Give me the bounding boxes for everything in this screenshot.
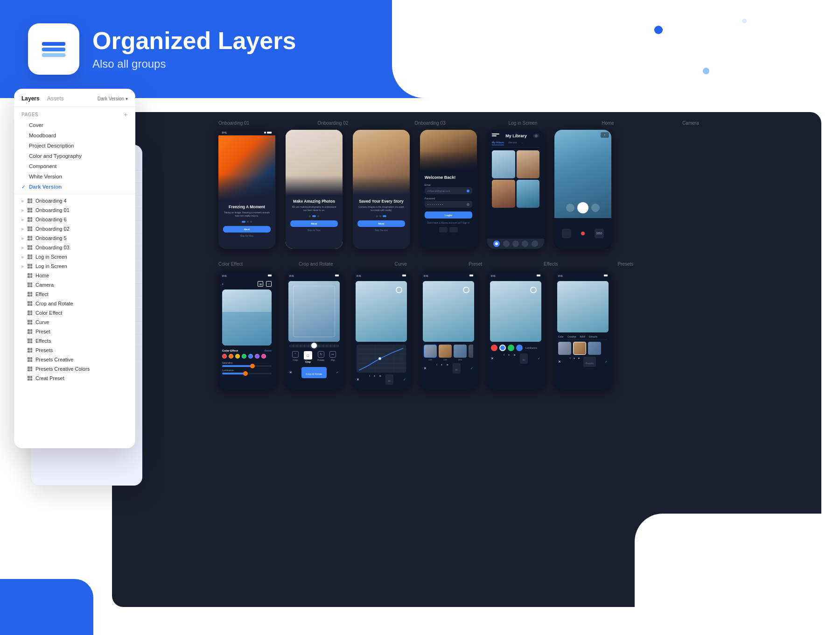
screen-onboarding-03: Saved Your Every Story Camera Images is … (353, 130, 410, 249)
page-dark-version[interactable]: ✓ Dark Version (14, 182, 135, 192)
page-title: Organized Layers (92, 28, 296, 54)
ob01-title: Freezing A Moment (223, 205, 271, 209)
add-page-button[interactable]: + (124, 111, 128, 118)
screen-home: My Library My Album Recent ... (487, 130, 544, 249)
screen-label-preset: Preset (469, 261, 482, 267)
screen-label-login: Log in Screen (509, 120, 538, 126)
ob03-title: Saved Your Every Story (357, 199, 405, 204)
svg-rect-0 (42, 42, 65, 46)
screen-camera: × 360 (554, 130, 611, 249)
decorative-dot-1 (654, 26, 663, 34)
page-moodboard[interactable]: ✓ Moodboard (14, 130, 135, 141)
home-tab-recent[interactable]: Recent (509, 141, 517, 145)
screen-crop-rotate: 9:41 ⌃ Crop (286, 271, 343, 390)
screen-onboarding-02: Make Amazing Photos We are making photog… (286, 130, 343, 249)
screen-label-presets: Presets (617, 261, 633, 267)
layer-effects[interactable]: ▶ Effects (14, 336, 135, 346)
screen-preset: 9:41 C30 C30 (420, 271, 477, 390)
layer-effect[interactable]: ▶ Effect (14, 289, 135, 299)
decorative-dot-3 (742, 19, 747, 23)
screen-label-home: Home (602, 120, 614, 126)
layer-curve[interactable]: ▶ Curve (14, 318, 135, 327)
screen-login: Welcome Back! Email ch9perait@gmail.com … (420, 130, 477, 249)
screen-onboarding-01: 9:41 Freezing A Moment Taking an image, … (218, 130, 275, 249)
page-color-typography[interactable]: ✓ Color and Typography (14, 151, 135, 161)
layer-onboarding01[interactable]: ▶ Onboarding 01 (14, 205, 135, 215)
layer-creat-preset[interactable]: ▶ Creat Preset (14, 374, 135, 383)
layer-presets[interactable]: ▶ Presets (14, 346, 135, 355)
version-dropdown[interactable]: Dark Version ▾ (98, 96, 128, 101)
layer-login-2[interactable]: ▶ Log in Screen (14, 261, 135, 271)
home-title: My Library (505, 134, 527, 138)
layer-onboarding6[interactable]: ▶ Onboarding 6 (14, 215, 135, 224)
screen-label-camera: Camera (682, 120, 699, 126)
screen-presets: 9:41 Color Creative B&W Defaults (554, 271, 611, 390)
home-tab-album[interactable]: My Album (492, 141, 504, 145)
layers-tab[interactable]: Layers (21, 95, 40, 102)
page-white-version[interactable]: ✓ White Version (14, 171, 135, 182)
page-cover[interactable]: ✓ Cover (14, 120, 135, 130)
layer-onboarding02[interactable]: ▶ Onboarding 02 (14, 224, 135, 233)
login-title: Welcome Back! (425, 175, 472, 180)
layer-camera[interactable]: ▶ Camera (14, 280, 135, 289)
assets-tab[interactable]: Assets (47, 95, 64, 102)
layer-login-1[interactable]: ▶ Log in Screen (14, 252, 135, 261)
screen-label-color-effect: Color Effect (218, 261, 243, 267)
screen-curve: 9:41 (353, 271, 410, 390)
svg-point-14 (378, 357, 381, 360)
layer-onboarding5[interactable]: ▶ Onboarding 5 (14, 233, 135, 243)
screen-label-ob02: Onboarding 02 (317, 120, 348, 126)
page-subtitle: Also all groups (92, 57, 296, 71)
page-component[interactable]: ✓ Component (14, 161, 135, 171)
layer-onboarding4[interactable]: ▶ Onboarding 4 (14, 196, 135, 205)
ob02-title: Make Amazing Photos (290, 199, 338, 204)
layer-presets-creative-colors[interactable]: ▶ Presets Creative Colors (14, 364, 135, 374)
layer-home[interactable]: ▶ Home (14, 271, 135, 280)
layer-presets-creative[interactable]: ▶ Presets Creative (14, 355, 135, 364)
layer-preset[interactable]: ▶ Preset (14, 327, 135, 336)
page-project-description[interactable]: ✓ Project Description (14, 141, 135, 151)
layer-color-effect[interactable]: ▶ Color Effect (14, 308, 135, 318)
screen-label-curve: Curve (394, 261, 407, 267)
svg-rect-1 (42, 48, 65, 51)
screen-effects: 9:41 Luminance ✕ ℓ (487, 271, 544, 390)
screen-label-effects: Effects (544, 261, 558, 267)
header: Organized Layers Also all groups (28, 23, 296, 75)
screen-color-effect: 9:41 ‹ ⊞ ○ Color Effect R (218, 271, 275, 390)
pages-label: Pages (21, 112, 38, 117)
decorative-dot-2 (703, 68, 709, 74)
figma-layers-panel: Layers Assets Dark Version ▾ Pages + ✓ C… (14, 89, 135, 448)
layer-onboarding03[interactable]: ▶ Onboarding 03 (14, 243, 135, 252)
layer-crop-rotate[interactable]: ▶ Crop and Rotate (14, 299, 135, 308)
app-icon (28, 23, 79, 75)
screen-label-ob03: Onboarding 03 (414, 120, 445, 126)
svg-rect-2 (42, 53, 65, 57)
screen-label-ob01: Onboarding 01 (218, 120, 249, 126)
screen-label-crop: Crop and Rotate (299, 261, 333, 267)
